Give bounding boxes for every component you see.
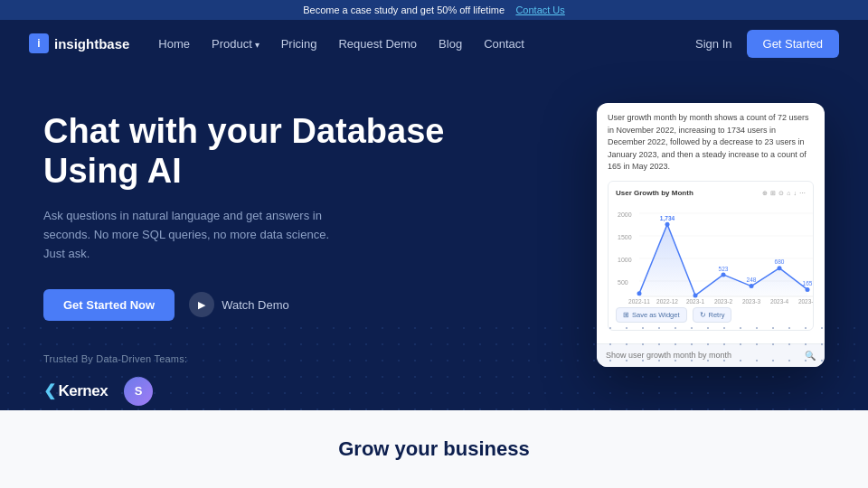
watch-demo-label: Watch Demo	[222, 298, 289, 312]
svg-text:2023-5: 2023-5	[798, 298, 813, 305]
svg-text:1500: 1500	[618, 234, 632, 240]
contact-us-link[interactable]: Contact Us	[515, 5, 564, 15]
home-icon: ⌂	[787, 190, 790, 197]
retry-button[interactable]: ↻ Retry	[693, 307, 732, 323]
more-icon: ⋯	[799, 190, 806, 197]
expand-icon: ⊞	[770, 190, 776, 197]
data-point-6	[778, 266, 782, 270]
svg-text:2023-4: 2023-4	[770, 298, 789, 305]
hero-title-line1: Chat with your Database	[43, 112, 444, 150]
save-widget-label: Save as Widget	[632, 311, 680, 319]
get-started-nav-button[interactable]: Get Started	[747, 30, 839, 58]
hero-title-line2: Using AI	[43, 152, 182, 190]
logo[interactable]: i insightbase	[29, 33, 129, 53]
svg-text:2000: 2000	[618, 211, 632, 218]
svg-text:2022-12: 2022-12	[656, 298, 678, 305]
nav-right: Sign In Get Started	[695, 30, 839, 58]
svg-text:1000: 1000	[618, 257, 632, 263]
play-icon: ▶	[189, 292, 214, 317]
watch-demo-button[interactable]: ▶ Watch Demo	[189, 292, 289, 317]
chat-description: User growth month by month shows a count…	[608, 112, 814, 174]
navbar: i insightbase Home Product Pricing Reque…	[0, 20, 868, 67]
data-point-2	[665, 221, 670, 226]
data-point-5	[750, 284, 754, 288]
second-logo: S	[124, 377, 153, 406]
bottom-section: Grow your business	[0, 410, 868, 488]
chart-icons: ⊕ ⊞ ⊙ ⌂ ↓ ⋯	[762, 190, 806, 197]
nav-pricing[interactable]: Pricing	[281, 37, 317, 51]
retry-label: Retry	[709, 311, 725, 319]
retry-icon: ↻	[700, 311, 706, 319]
svg-text:680: 680	[775, 258, 785, 265]
kernex-text: Kernex	[59, 382, 108, 400]
kernex-k: ❮	[43, 381, 56, 400]
nav-links: Home Product Pricing Request Demo Blog C…	[158, 37, 524, 51]
sign-in-link[interactable]: Sign In	[695, 37, 731, 51]
trusted-logos: ❮ Kernex S	[43, 377, 459, 406]
hero-title: Chat with your Database Using AI	[43, 112, 459, 191]
grow-title: Grow your business	[43, 437, 825, 461]
nav-product[interactable]: Product	[212, 37, 259, 51]
line-chart: 2000 1500 1000 500 2022-11	[616, 206, 813, 305]
svg-text:2023-3: 2023-3	[742, 298, 761, 305]
chat-input-field[interactable]	[606, 351, 799, 360]
top-banner: Become a case study and get 50% off life…	[0, 0, 868, 20]
banner-text: Become a case study and get 50% off life…	[303, 5, 505, 15]
svg-text:165: 165	[803, 280, 813, 286]
chat-widget: User growth month by month shows a count…	[597, 103, 825, 367]
zoom-icon: ⊕	[762, 190, 768, 197]
svg-text:1,734: 1,734	[660, 215, 675, 222]
svg-text:2023-2: 2023-2	[714, 298, 733, 305]
chat-input-area: 🔍	[597, 343, 825, 367]
hero-left: Chat with your Database Using AI Ask que…	[43, 103, 459, 406]
chat-content: User growth month by month shows a count…	[597, 103, 825, 343]
svg-text:2022-11: 2022-11	[628, 298, 650, 305]
svg-text:500: 500	[618, 279, 628, 286]
widget-icon: ⊞	[623, 311, 629, 319]
chart-container: User Growth by Month ⊕ ⊞ ⊙ ⌂ ↓ ⋯	[608, 181, 814, 331]
logo-text: insightbase	[54, 36, 129, 52]
svg-text:523: 523	[719, 266, 729, 272]
nav-blog[interactable]: Blog	[439, 37, 462, 51]
hero-buttons: Get Started Now ▶ Watch Demo	[43, 289, 459, 321]
data-point-4	[722, 272, 726, 277]
svg-text:2023-1: 2023-1	[686, 298, 705, 305]
nav-contact[interactable]: Contact	[484, 37, 524, 51]
logo-letter: i	[37, 37, 40, 50]
chart-actions: ⊞ Save as Widget ↻ Retry	[616, 307, 806, 323]
nav-request-demo[interactable]: Request Demo	[338, 37, 417, 51]
settings-icon: ⊙	[778, 190, 784, 197]
nav-left: i insightbase Home Product Pricing Reque…	[29, 33, 524, 53]
logo-icon: i	[29, 33, 49, 53]
download-icon: ↓	[794, 190, 797, 197]
kernex-logo: ❮ Kernex	[43, 381, 108, 400]
second-logo-letter: S	[135, 384, 143, 398]
data-point-3	[693, 293, 698, 297]
chart-title: User Growth by Month	[616, 189, 693, 197]
data-point-1	[637, 291, 642, 296]
search-icon: 🔍	[805, 351, 816, 361]
get-started-hero-button[interactable]: Get Started Now	[43, 289, 175, 321]
save-widget-button[interactable]: ⊞ Save as Widget	[616, 307, 687, 323]
hero-description: Ask questions in natural language and ge…	[43, 207, 351, 263]
nav-home[interactable]: Home	[158, 37, 190, 51]
svg-text:248: 248	[747, 277, 757, 283]
data-point-7	[806, 286, 810, 291]
trusted-label: Trusted By Data-Driven Teams:	[43, 353, 459, 364]
hero-right: User growth month by month shows a count…	[459, 103, 825, 367]
